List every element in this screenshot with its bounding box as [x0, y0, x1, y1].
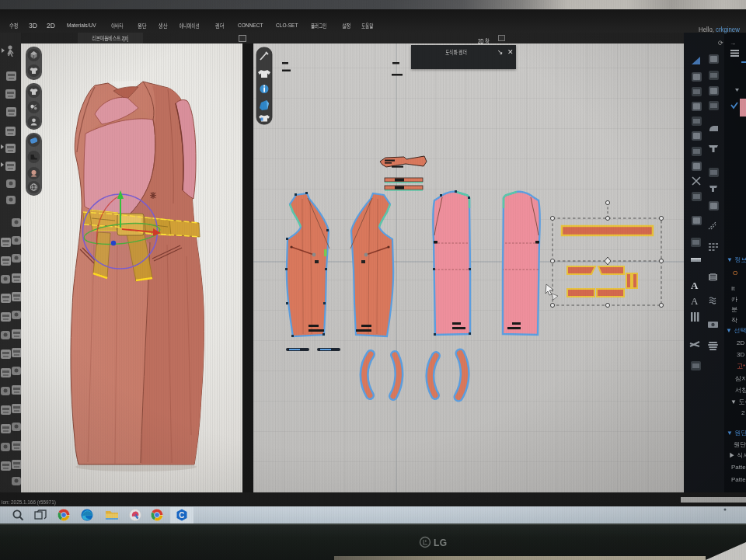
svg-text:Patte: Patte [731, 464, 746, 471]
svg-text:고*: 고* [737, 363, 745, 370]
svg-text:A: A [691, 280, 699, 291]
svg-text:카: 카 [731, 296, 737, 303]
svg-text:원단: 원단 [734, 441, 746, 448]
svg-text:▼ 선택 선: ▼ 선택 선 [726, 327, 746, 334]
svg-text:2: 2 [741, 409, 745, 416]
svg-text:O: O [733, 270, 737, 277]
svg-text:LG: LG [434, 537, 448, 548]
svg-text:3D: 3D [737, 351, 744, 358]
svg-text:2D: 2D [737, 339, 744, 346]
svg-text:▶ 식서: ▶ 식서 [729, 452, 746, 459]
svg-text:C: C [179, 511, 184, 520]
svg-text:작: 작 [731, 317, 737, 324]
svg-text:분: 분 [731, 306, 737, 313]
svg-text:심지: 심지 [735, 375, 746, 382]
svg-text:It: It [731, 285, 735, 292]
svg-text:Patte: Patte [731, 476, 746, 483]
svg-text:▼ 원단: ▼ 원단 [727, 430, 746, 437]
svg-text:▼ 도식: ▼ 도식 [730, 398, 746, 405]
svg-text:▼ 정보: ▼ 정보 [727, 256, 746, 263]
svg-text:서칭: 서칭 [735, 387, 746, 394]
svg-text:A: A [691, 295, 699, 307]
